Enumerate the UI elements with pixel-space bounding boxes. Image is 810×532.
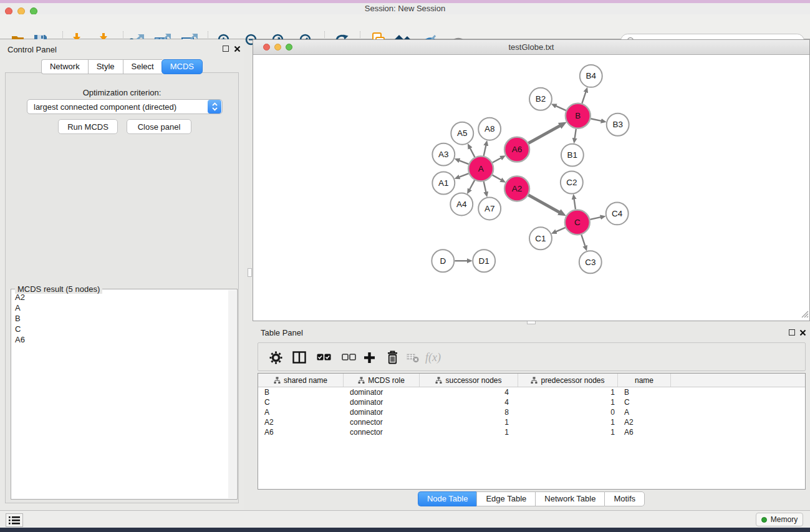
table-cell[interactable]: C: [618, 397, 671, 407]
graph-node-D1[interactable]: D1: [473, 249, 495, 272]
delete-icon[interactable]: [387, 350, 398, 365]
graph-edge-A6-B[interactable]: [528, 126, 560, 143]
table-cell[interactable]: connector: [344, 417, 420, 427]
deselect-all-icon[interactable]: [342, 350, 356, 365]
panel-list-button[interactable]: [6, 513, 23, 527]
network-graph[interactable]: B4B2BB3A8A5A6B1A3AA1C2A2A4A7C4CC1DD1C3: [253, 55, 809, 321]
select-all-icon[interactable]: [317, 350, 331, 365]
table-row-C[interactable]: Cdominator41C: [258, 397, 805, 407]
table-cell[interactable]: 1: [518, 417, 618, 427]
delete-table-icon[interactable]: [407, 350, 419, 365]
graph-edge-A-A6[interactable]: [493, 158, 501, 162]
graph-node-A3[interactable]: A3: [432, 143, 455, 166]
resize-grip-icon[interactable]: [800, 309, 809, 320]
graph-node-B[interactable]: B: [566, 104, 591, 128]
tab-motifs[interactable]: Motifs: [604, 491, 645, 506]
graph-node-C2[interactable]: C2: [561, 172, 583, 194]
table-cell[interactable]: 0: [518, 407, 618, 417]
graph-node-A[interactable]: A: [468, 157, 493, 181]
table-row-A2[interactable]: A2connector11A2: [258, 417, 805, 427]
column-header-predecessor-nodes[interactable]: predecessor nodes: [518, 374, 618, 387]
table-cell[interactable]: A: [618, 407, 671, 417]
table-cell[interactable]: 1: [518, 387, 618, 397]
column-header-MCDS-role[interactable]: MCDS role: [344, 374, 420, 387]
mcds-result-item[interactable]: B: [11, 313, 228, 324]
table-row-A6[interactable]: A6connector11A6: [258, 427, 805, 437]
table-cell[interactable]: A2: [618, 417, 671, 427]
add-icon[interactable]: [364, 350, 375, 365]
graph-node-B2[interactable]: B2: [529, 88, 552, 110]
table-cell[interactable]: connector: [344, 427, 420, 437]
graph-edge-A-A5[interactable]: [470, 148, 475, 157]
table-cell[interactable]: dominator: [344, 387, 420, 397]
tab-node-table[interactable]: Node Table: [418, 491, 477, 506]
mcds-result-item[interactable]: A2: [11, 292, 228, 302]
graph-edge-B-B1[interactable]: [575, 129, 576, 138]
table-cell[interactable]: 1: [518, 427, 618, 437]
graph-edge-B-B3[interactable]: [591, 118, 601, 121]
column-icon[interactable]: [292, 350, 306, 365]
table-cell[interactable]: 4: [420, 397, 518, 407]
tab-network-table[interactable]: Network Table: [535, 491, 604, 506]
table-cell[interactable]: 1: [420, 427, 518, 437]
graph-node-A5[interactable]: A5: [451, 122, 473, 145]
graph-node-C[interactable]: C: [565, 210, 590, 235]
graph-edge-B-B2[interactable]: [556, 106, 566, 110]
graph-edge-C-C2[interactable]: [574, 199, 576, 209]
table-cell[interactable]: dominator: [344, 397, 420, 407]
memory-button[interactable]: Memory: [756, 513, 803, 526]
table-cell[interactable]: 1: [518, 397, 618, 407]
table-cell[interactable]: A: [258, 407, 344, 417]
tab-mcds[interactable]: MCDS: [162, 59, 203, 74]
mcds-result-item[interactable]: C: [11, 324, 228, 334]
graph-edge-A-A8[interactable]: [484, 145, 486, 156]
gear-icon[interactable]: [269, 350, 282, 365]
graph-edge-A-A1[interactable]: [459, 173, 468, 177]
graph-node-B4[interactable]: B4: [580, 65, 602, 87]
table-float-panel-icon[interactable]: [789, 329, 795, 336]
tab-style[interactable]: Style: [88, 59, 123, 74]
table-cell[interactable]: 1: [420, 417, 518, 427]
close-panel-button[interactable]: Close panel: [127, 119, 191, 134]
function-builder-icon[interactable]: f(x): [425, 350, 441, 365]
graph-node-B1[interactable]: B1: [561, 144, 584, 167]
tab-network[interactable]: Network: [41, 59, 88, 74]
graph-node-B3[interactable]: B3: [607, 114, 629, 136]
graph-node-A1[interactable]: A1: [432, 172, 455, 195]
result-scrollbar[interactable]: [228, 290, 236, 498]
graph-edge-A-A3[interactable]: [459, 160, 468, 164]
tab-select[interactable]: Select: [123, 59, 162, 74]
table-cell[interactable]: dominator: [344, 407, 420, 417]
graph-edge-A-A4[interactable]: [470, 180, 475, 190]
graph-edge-A2-C[interactable]: [528, 195, 559, 213]
graph-node-D[interactable]: D: [432, 249, 454, 272]
mcds-result-item[interactable]: A6: [11, 334, 228, 345]
column-header-name[interactable]: name: [618, 374, 671, 387]
table-cell[interactable]: A2: [258, 417, 344, 427]
float-panel-icon[interactable]: [223, 46, 229, 52]
mcds-result-item[interactable]: A: [11, 302, 228, 313]
network-window-titlebar[interactable]: testGlobe.txt: [253, 40, 809, 55]
graph-edge-B-B4[interactable]: [582, 92, 586, 104]
graph-edge-A-A2[interactable]: [493, 175, 501, 180]
table-close-panel-icon[interactable]: [799, 329, 806, 336]
graph-node-C3[interactable]: C3: [579, 251, 602, 273]
graph-edge-C-C1[interactable]: [556, 228, 566, 232]
vertical-split-handle[interactable]: [248, 268, 252, 277]
table-cell[interactable]: B: [618, 387, 671, 397]
graph-node-A8[interactable]: A8: [478, 118, 501, 140]
table-cell[interactable]: A6: [618, 427, 671, 437]
graph-edge-A-A7[interactable]: [484, 181, 486, 192]
table-cell[interactable]: 4: [420, 387, 518, 397]
tab-edge-table[interactable]: Edge Table: [476, 491, 535, 506]
graph-node-C4[interactable]: C4: [606, 202, 629, 225]
close-panel-icon[interactable]: [234, 46, 241, 52]
optimization-criterion-select[interactable]: largest connected component (directed): [27, 99, 223, 114]
network-canvas[interactable]: B4B2BB3A8A5A6B1A3AA1C2A2A4A7C4CC1DD1C3: [253, 55, 809, 321]
graph-node-A4[interactable]: A4: [450, 193, 473, 215]
column-header-shared-name[interactable]: shared name: [258, 374, 344, 387]
table-cell[interactable]: C: [258, 397, 344, 407]
graph-edge-C-C3[interactable]: [581, 235, 585, 246]
table-cell[interactable]: A6: [258, 427, 344, 437]
table-cell[interactable]: B: [258, 387, 344, 397]
